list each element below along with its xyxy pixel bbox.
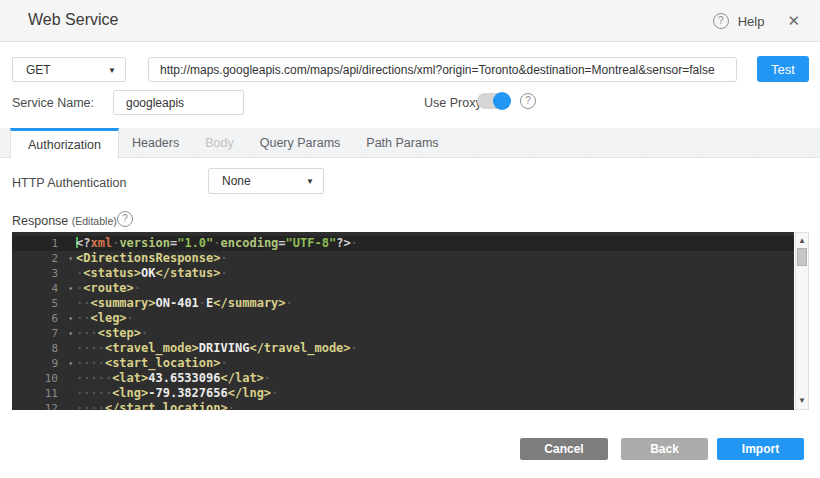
- help-icon[interactable]: ?: [713, 13, 729, 29]
- response-editable-hint: (Editable): [72, 215, 117, 227]
- line-number: 9▾: [12, 356, 62, 371]
- service-name-label: Service Name:: [12, 96, 94, 110]
- chevron-down-icon: ▼: [108, 65, 116, 74]
- line-number: 5: [12, 296, 62, 311]
- chevron-down-icon: ▼: [306, 177, 314, 186]
- import-button[interactable]: Import: [717, 438, 804, 460]
- tab-authorization[interactable]: Authorization: [10, 128, 119, 159]
- code-text[interactable]: ·····<lat>43.6533096</lat>·: [62, 371, 271, 386]
- line-number: 10: [12, 371, 62, 386]
- code-text[interactable]: <DirectionsResponse>·: [62, 251, 228, 266]
- tab-headers[interactable]: Headers: [119, 128, 192, 157]
- code-text[interactable]: ·····<lng>-79.3827656</lng>·: [62, 386, 278, 401]
- tab-query-params[interactable]: Query Params: [247, 128, 354, 157]
- response-help-icon[interactable]: ?: [117, 211, 133, 227]
- fold-arrow-icon[interactable]: ▾: [68, 311, 73, 326]
- fold-arrow-icon[interactable]: ▾: [68, 281, 73, 296]
- line-number: 1: [12, 236, 62, 251]
- cancel-button[interactable]: Cancel: [520, 438, 608, 460]
- test-button[interactable]: Test: [757, 56, 809, 82]
- code-text[interactable]: ····<start_location>·: [62, 356, 228, 371]
- fold-arrow-icon[interactable]: ▾: [68, 326, 73, 341]
- line-number: 7▾: [12, 326, 62, 341]
- response-code-editor[interactable]: 1<?xml·version="1.0"·encoding="UTF-8"?>·…: [12, 232, 794, 410]
- line-number: 12: [12, 401, 62, 410]
- page-title: Web Service: [28, 11, 118, 29]
- dialog-header: Web Service ? Help ✕: [0, 0, 820, 42]
- line-number: 8: [12, 341, 62, 356]
- fold-arrow-icon[interactable]: ▾: [68, 251, 73, 266]
- line-number: 4▾: [12, 281, 62, 296]
- web-service-dialog: Web Service ? Help ✕ GET ▼ Test Service …: [0, 0, 820, 478]
- back-button[interactable]: Back: [621, 438, 708, 460]
- url-input[interactable]: [148, 57, 737, 82]
- code-text[interactable]: ···<step>·: [62, 326, 148, 341]
- line-number: 2▾: [12, 251, 62, 266]
- use-proxy-toggle[interactable]: [477, 93, 510, 109]
- scroll-down-icon[interactable]: ▼: [796, 395, 808, 407]
- code-line: 1<?xml·version="1.0"·encoding="UTF-8"?>·: [12, 236, 794, 251]
- fold-arrow-icon[interactable]: ▾: [68, 356, 73, 371]
- code-text[interactable]: ····<travel_mode>DRIVING</travel_mode>·: [62, 341, 358, 356]
- code-line: 12····</start_location>·: [12, 401, 794, 410]
- close-icon[interactable]: ✕: [787, 12, 800, 30]
- code-text[interactable]: ·<status>OK</status>·: [62, 266, 228, 281]
- http-method-value: GET: [26, 63, 51, 77]
- code-line: 11·····<lng>-79.3827656</lng>·: [12, 386, 794, 401]
- http-method-select[interactable]: GET ▼: [12, 57, 126, 82]
- code-line: 2▾<DirectionsResponse>·: [12, 251, 794, 266]
- code-text[interactable]: <?xml·version="1.0"·encoding="UTF-8"?>·: [62, 236, 358, 251]
- http-authentication-label: HTTP Authentication: [12, 176, 126, 190]
- code-line: 4▾·<route>·: [12, 281, 794, 296]
- tab-bar: AuthorizationHeadersBodyQuery ParamsPath…: [0, 128, 820, 158]
- service-name-input[interactable]: [113, 90, 244, 115]
- code-line: 6▾··<leg>·: [12, 311, 794, 326]
- http-authentication-select[interactable]: None ▼: [208, 168, 324, 194]
- code-line: 9▾····<start_location>·: [12, 356, 794, 371]
- toggle-knob: [493, 92, 511, 110]
- tab-body: Body: [192, 128, 247, 157]
- code-text[interactable]: ····</start_location>·: [62, 401, 235, 410]
- http-authentication-value: None: [222, 174, 251, 188]
- line-number: 6▾: [12, 311, 62, 326]
- line-number: 3: [12, 266, 62, 281]
- proxy-help-icon[interactable]: ?: [520, 93, 536, 109]
- code-text[interactable]: ··<summary>ON-401·E</summary>·: [62, 296, 293, 311]
- tab-path-params[interactable]: Path Params: [353, 128, 451, 157]
- scroll-up-icon[interactable]: ▲: [796, 235, 808, 247]
- code-line: 7▾···<step>·: [12, 326, 794, 341]
- code-line: 10·····<lat>43.6533096</lat>·: [12, 371, 794, 386]
- line-number: 11: [12, 386, 62, 401]
- code-line: 5··<summary>ON-401·E</summary>·: [12, 296, 794, 311]
- scrollbar-thumb[interactable]: [797, 248, 807, 266]
- code-text[interactable]: ·<route>·: [62, 281, 141, 296]
- editor-scrollbar[interactable]: ▲ ▼: [795, 232, 809, 410]
- response-label: Response (Editable): [12, 214, 117, 228]
- help-link[interactable]: Help: [738, 14, 765, 29]
- use-proxy-label: Use Proxy:: [424, 96, 485, 110]
- code-line: 3·<status>OK</status>·: [12, 266, 794, 281]
- code-line: 8····<travel_mode>DRIVING</travel_mode>·: [12, 341, 794, 356]
